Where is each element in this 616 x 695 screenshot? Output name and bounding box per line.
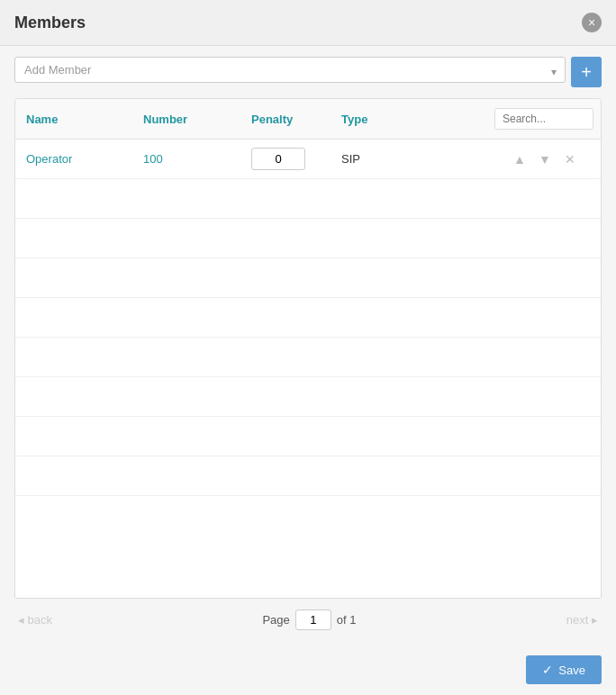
col-search bbox=[439, 99, 601, 140]
table-row: Operator 100 SIP ▲ ▼ ✕ bbox=[15, 140, 601, 179]
add-member-row: Add Member + bbox=[14, 57, 602, 87]
col-name: Name bbox=[15, 99, 132, 140]
member-type: SIP bbox=[331, 140, 439, 179]
member-penalty-cell bbox=[240, 140, 331, 179]
table-row bbox=[15, 179, 601, 219]
page-label: Page bbox=[262, 613, 289, 627]
add-member-button[interactable]: + bbox=[571, 57, 602, 87]
page-of: of 1 bbox=[337, 613, 357, 627]
page-info: Page of 1 bbox=[262, 609, 356, 630]
next-button[interactable]: next ▸ bbox=[566, 613, 598, 627]
members-page: Members × Add Member + Name Number Penal… bbox=[0, 0, 616, 695]
table-row bbox=[15, 298, 601, 338]
close-button[interactable]: × bbox=[582, 13, 602, 32]
member-name[interactable]: Operator bbox=[15, 140, 132, 179]
delete-icon[interactable]: ✕ bbox=[561, 150, 579, 168]
table-row bbox=[15, 219, 601, 258]
add-member-select-wrapper: Add Member bbox=[14, 57, 566, 87]
table-row bbox=[15, 496, 601, 536]
pagination: ◂ back Page of 1 next ▸ bbox=[14, 599, 602, 637]
col-penalty: Penalty bbox=[240, 99, 331, 140]
save-button[interactable]: ✓ Save bbox=[526, 655, 602, 684]
row-actions: ▲ ▼ ✕ bbox=[449, 150, 590, 168]
table-row bbox=[15, 258, 601, 298]
col-number: Number bbox=[132, 99, 240, 140]
member-number: 100 bbox=[132, 140, 240, 179]
add-member-select[interactable]: Add Member bbox=[14, 57, 566, 83]
save-checkmark-icon: ✓ bbox=[542, 663, 553, 677]
page-title: Members bbox=[14, 14, 86, 32]
footer: ✓ Save bbox=[0, 648, 616, 695]
members-table: Name Number Penalty Type Operator 100 bbox=[15, 99, 601, 536]
back-button[interactable]: ◂ back bbox=[18, 613, 52, 627]
table-row bbox=[15, 456, 601, 496]
members-table-wrapper: Name Number Penalty Type Operator 100 bbox=[14, 98, 602, 599]
penalty-input[interactable] bbox=[251, 148, 305, 170]
save-label: Save bbox=[558, 663, 585, 677]
page-header: Members × bbox=[0, 0, 616, 46]
table-row bbox=[15, 338, 601, 377]
search-input[interactable] bbox=[494, 108, 593, 130]
main-content: Add Member + Name Number Penalty Type bbox=[0, 46, 616, 648]
page-number-input[interactable] bbox=[295, 609, 331, 630]
move-up-icon[interactable]: ▲ bbox=[511, 150, 529, 168]
table-row bbox=[15, 417, 601, 456]
table-row bbox=[15, 377, 601, 417]
col-type: Type bbox=[331, 99, 439, 140]
move-down-icon[interactable]: ▼ bbox=[536, 150, 554, 168]
table-header-row: Name Number Penalty Type bbox=[15, 99, 601, 140]
